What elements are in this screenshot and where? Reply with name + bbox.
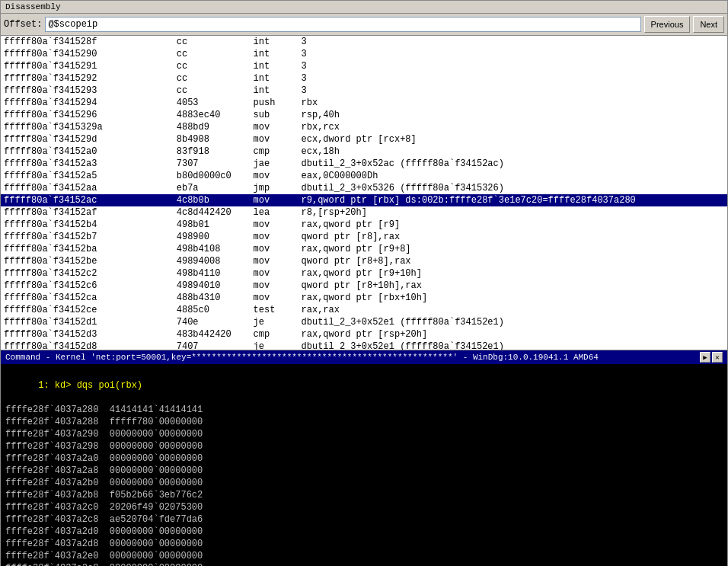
cmd-address: ffffe28f`4037a2e0 [5, 551, 110, 561]
table-row[interactable]: fffff80a`f3415291ccint3 [1, 60, 727, 72]
col-mnemonic: mov [251, 280, 299, 292]
cmd-address: ffffe28f`4037a2e8 [5, 563, 110, 566]
next-button[interactable]: Next [693, 16, 724, 33]
col-address: fffff80a`f34152ca [1, 292, 174, 304]
table-row[interactable]: fffff80a`f34152ba498b4108movrax,qword pt… [1, 243, 727, 255]
list-item: ffffe28f`4037a2e0 00000000`00000000 [5, 550, 723, 562]
col-operands: 3 [299, 36, 727, 48]
col-address: fffff80a`f34152b4 [1, 219, 174, 231]
table-row[interactable]: fffff80a`f34152af4c8d442420lear8,[rsp+20… [1, 206, 727, 219]
col-mnemonic: push [251, 97, 299, 109]
col-mnemonic: mov [251, 292, 299, 304]
col-bytes: 4883ec40 [174, 109, 251, 121]
col-bytes: 4885c0 [174, 304, 251, 316]
table-row[interactable]: fffff80a`f34152944053pushrbx [1, 97, 727, 109]
table-row[interactable]: fffff80a`f34152b7498900movqword ptr [r8]… [1, 231, 727, 243]
table-row[interactable]: fffff80a`f3415329a488bd9movrbx,rcx [1, 121, 727, 133]
col-operands: rax,qword ptr [rsp+20h] [299, 328, 727, 341]
col-bytes: cc [174, 85, 251, 97]
col-address: fffff80a`f3415296 [1, 109, 174, 121]
col-operands: qword ptr [r8],rax [299, 231, 727, 243]
table-row[interactable]: fffff80a`f34152d87407jedbutil_2_3+0x52e1… [1, 341, 727, 350]
cmd-value: 00000000`00000000 [110, 478, 203, 488]
table-row[interactable]: fffff80a`f341528fccint3 [1, 36, 727, 48]
table-row[interactable]: fffff80a`f3415292ccint3 [1, 72, 727, 85]
col-operands: rbx [299, 97, 727, 109]
col-operands: dbutil_2_3+0x5326 (fffff80a`f3415326) [299, 182, 727, 194]
col-mnemonic: int [251, 85, 299, 97]
disassembly-content[interactable]: fffff80a`f341528fccint3fffff80a`f3415290… [1, 36, 727, 350]
table-row[interactable]: fffff80a`f3415293ccint3 [1, 85, 727, 97]
col-bytes: 498b4110 [174, 267, 251, 280]
col-operands: dbutil_2_3+0x52e1 (fffff80a`f34152e1) [299, 316, 727, 328]
disassembly-titlebar: Disassembly [1, 1, 727, 14]
table-row[interactable]: fffff80a`f34152c649894010movqword ptr [r… [1, 280, 727, 292]
offset-label: Offset: [4, 19, 42, 30]
col-operands: r9,qword ptr [rbx] ds:002b:ffffe28f`3e1e… [299, 194, 727, 206]
table-row[interactable]: fffff80a`f3415290ccint3 [1, 48, 727, 60]
table-row[interactable]: fffff80a`f34152ac4c8b0bmovr9,qword ptr [… [1, 194, 727, 206]
col-bytes: cc [174, 48, 251, 60]
col-address: fffff80a`f34152ac [1, 194, 174, 206]
col-bytes: 4c8d442420 [174, 206, 251, 219]
offset-input[interactable] [45, 17, 640, 32]
col-bytes: 7307 [174, 158, 251, 170]
command-icon-close[interactable]: ✕ [712, 352, 723, 363]
col-address: fffff80a`f3415292 [1, 72, 174, 85]
table-row[interactable]: fffff80a`f34152be49894008movqword ptr [r… [1, 255, 727, 267]
col-address: fffff80a`f34152aa [1, 182, 174, 194]
command-icon-terminal[interactable]: ▶ [700, 352, 710, 363]
cmd-value: 41414141`41414141 [110, 405, 203, 415]
cmd-value: fffff780`00000000 [110, 417, 203, 427]
col-address: fffff80a`f34152b7 [1, 231, 174, 243]
table-row[interactable]: fffff80a`f34152ca488b4310movrax,qword pt… [1, 292, 727, 304]
cmd-address: ffffe28f`4037a298 [5, 441, 110, 452]
list-item: ffffe28f`4037a2a0 00000000`00000000 [5, 452, 723, 465]
col-address: fffff80a`f341529d [1, 133, 174, 145]
table-row[interactable]: fffff80a`f34152c2498b4110movrax,qword pt… [1, 267, 727, 280]
previous-button[interactable]: Previous [644, 16, 691, 33]
list-item: ffffe28f`4037a2b0 00000000`00000000 [5, 477, 723, 489]
col-operands: rsp,40h [299, 109, 727, 121]
table-row[interactable]: fffff80a`f34152a083f918cmpecx,18h [1, 145, 727, 158]
table-row[interactable]: fffff80a`f34152a37307jaedbutil_2_3+0x52a… [1, 158, 727, 170]
col-address: fffff80a`f34152a0 [1, 145, 174, 158]
table-row[interactable]: fffff80a`f34152d3483b442420cmprax,qword … [1, 328, 727, 341]
table-row[interactable]: fffff80a`f341529d8b4908movecx,dword ptr … [1, 133, 727, 145]
col-operands: eax,0C000000Dh [299, 170, 727, 182]
table-row[interactable]: fffff80a`f34152b4498b01movrax,qword ptr … [1, 219, 727, 231]
col-mnemonic: jmp [251, 182, 299, 194]
col-address: fffff80a`f34152ba [1, 243, 174, 255]
command-prompt-line: 1: kd> dqs poi(rbx) [5, 367, 723, 404]
col-mnemonic: int [251, 48, 299, 60]
command-content[interactable]: 1: kd> dqs poi(rbx) ffffe28f`4037a280 41… [1, 364, 727, 566]
table-row[interactable]: fffff80a`f34152964883ec40subrsp,40h [1, 109, 727, 121]
col-bytes: eb7a [174, 182, 251, 194]
col-address: fffff80a`f3415291 [1, 60, 174, 72]
col-mnemonic: mov [251, 219, 299, 231]
cmd-address: ffffe28f`4037a280 [5, 405, 110, 415]
col-bytes: cc [174, 72, 251, 85]
col-operands: qword ptr [r8+10h],rax [299, 280, 727, 292]
col-bytes: 740e [174, 316, 251, 328]
disasm-table: fffff80a`f341528fccint3fffff80a`f3415290… [1, 36, 727, 350]
cmd-value: 00000000`00000000 [110, 563, 203, 566]
table-row[interactable]: fffff80a`f34152ce4885c0testrax,rax [1, 304, 727, 316]
col-operands: ecx,18h [299, 145, 727, 158]
col-operands: ecx,dword ptr [rcx+8] [299, 133, 727, 145]
table-row[interactable]: fffff80a`f34152a5b80d0000c0moveax,0C0000… [1, 170, 727, 182]
col-bytes: 488b4310 [174, 292, 251, 304]
list-item: ffffe28f`4037a2c8 ae520704`fde77da6 [5, 513, 723, 526]
cmd-address: ffffe28f`4037a2d0 [5, 526, 110, 537]
col-mnemonic: mov [251, 231, 299, 243]
cmd-address: ffffe28f`4037a288 [5, 417, 110, 427]
table-row[interactable]: fffff80a`f34152aaeb7ajmpdbutil_2_3+0x532… [1, 182, 727, 194]
col-address: fffff80a`f34152d3 [1, 328, 174, 341]
table-row[interactable]: fffff80a`f34152d1740ejedbutil_2_3+0x52e1… [1, 316, 727, 328]
col-address: fffff80a`f3415329a [1, 121, 174, 133]
cmd-value: 00000000`00000000 [110, 526, 203, 537]
col-bytes: 488bd9 [174, 121, 251, 133]
list-item: ffffe28f`4037a280 41414141`41414141 [5, 404, 723, 416]
cmd-address: ffffe28f`4037a2d8 [5, 539, 110, 549]
col-bytes: 7407 [174, 341, 251, 350]
